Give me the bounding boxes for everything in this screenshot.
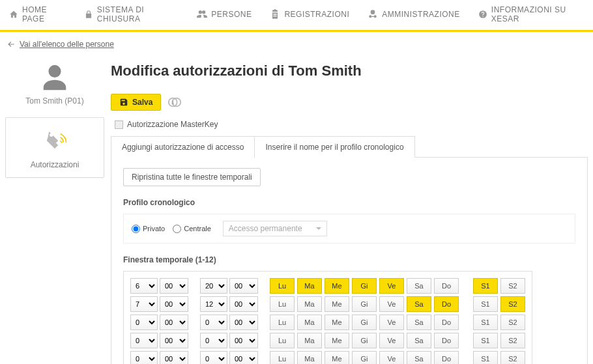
time-row: 000000LuMaMeGiVeSaDoS1S2 [130, 315, 525, 330]
day-cell-gi[interactable]: Gi [352, 333, 377, 348]
time-to-hour[interactable]: 0 [200, 351, 227, 364]
radio-private[interactable]: Privato [132, 225, 165, 233]
day-cell-ma[interactable]: Ma [297, 333, 322, 348]
day-cell-lu[interactable]: Lu [270, 296, 295, 312]
masterkey-row: Autorizzazione MasterKey [115, 120, 588, 129]
special-day-cell-s1[interactable]: S1 [473, 278, 498, 294]
day-cell-ve[interactable]: Ve [379, 296, 404, 312]
day-cell-me[interactable]: Me [325, 278, 349, 294]
day-cell-ma[interactable]: Ma [297, 278, 322, 294]
day-cell-lu[interactable]: Lu [270, 278, 295, 294]
time-from-min[interactable]: 00 [160, 315, 188, 330]
radio-private-input[interactable] [132, 225, 140, 233]
back-link[interactable]: Vai all'elenco delle persone [7, 40, 114, 49]
save-button[interactable]: Salva [111, 94, 161, 111]
time-to-hour[interactable]: 0 [200, 315, 227, 330]
day-cell-sa[interactable]: Sa [407, 315, 431, 330]
back-link-label: Vai all'elenco delle persone [20, 40, 114, 49]
day-cell-lu[interactable]: Lu [270, 351, 295, 364]
nav-persons[interactable]: PERSONE [188, 9, 261, 20]
radio-central[interactable]: Centrale [173, 225, 211, 233]
day-cell-me[interactable]: Me [325, 315, 349, 330]
persons-icon [197, 9, 207, 20]
day-cell-ve[interactable]: Ve [379, 278, 404, 294]
day-cell-gi[interactable]: Gi [352, 315, 377, 330]
day-cell-gi[interactable]: Gi [352, 296, 377, 312]
time-to-hour[interactable]: 20 [200, 278, 227, 294]
keytag-icon [11, 127, 98, 156]
tab-time-profile-label: Inserire il nome per il profilo cronolog… [265, 143, 403, 152]
day-cell-ma[interactable]: Ma [297, 351, 322, 364]
nav-locking[interactable]: SISTEMA DI CHIUSURA [75, 5, 188, 23]
breadcrumb-row: Vai all'elenco delle persone [0, 32, 593, 63]
day-cell-me[interactable]: Me [325, 351, 349, 364]
time-to-min[interactable]: 00 [229, 351, 258, 364]
special-day-cell-s1[interactable]: S1 [473, 333, 498, 348]
day-cell-do[interactable]: Do [434, 333, 459, 348]
time-to-min[interactable]: 00 [229, 333, 258, 348]
day-cell-me[interactable]: Me [325, 296, 349, 312]
profile-dropdown[interactable]: Accesso permanente [223, 221, 327, 236]
sidebar-tab-authorizations[interactable]: Autorizzazioni [5, 117, 104, 178]
profile-dropdown-value: Accesso permanente [229, 224, 302, 233]
reset-windows-label: Ripristina tutte le finestre temporali [132, 173, 252, 182]
time-from-hour[interactable]: 0 [130, 351, 158, 364]
day-cell-lu[interactable]: Lu [270, 333, 295, 348]
time-from-hour[interactable]: 0 [130, 315, 158, 330]
time-to-min[interactable]: 00 [229, 296, 258, 312]
time-from-min[interactable]: 00 [160, 333, 188, 348]
day-cell-ve[interactable]: Ve [379, 315, 404, 330]
masterkey-checkbox[interactable] [115, 120, 123, 129]
time-to-pair: 000 [200, 351, 258, 364]
tab-time-profile[interactable]: Inserire il nome per il profilo cronolog… [254, 136, 414, 158]
day-cell-ve[interactable]: Ve [379, 333, 404, 348]
day-cell-do[interactable]: Do [434, 351, 459, 364]
day-cell-ve[interactable]: Ve [379, 351, 404, 364]
day-cell-ma[interactable]: Ma [297, 315, 322, 330]
time-from-hour[interactable]: 6 [130, 278, 158, 294]
time-from-hour[interactable]: 7 [130, 296, 158, 312]
day-cell-sa[interactable]: Sa [407, 296, 431, 312]
save-button-label: Salva [132, 98, 152, 107]
reset-windows-button[interactable]: Ripristina tutte le finestre temporali [123, 168, 261, 186]
time-to-min[interactable]: 00 [229, 315, 258, 330]
time-from-min[interactable]: 00 [160, 278, 188, 294]
day-cell-ma[interactable]: Ma [297, 296, 322, 312]
nav-logs[interactable]: REGISTRAZIONI [261, 9, 358, 20]
day-cell-me[interactable]: Me [325, 333, 349, 348]
nav-admin[interactable]: AMMINISTRAZIONE [358, 9, 469, 20]
day-cell-lu[interactable]: Lu [270, 315, 295, 330]
special-day-cell-s1[interactable]: S1 [473, 296, 498, 312]
special-day-cell-s2[interactable]: S2 [500, 351, 525, 364]
time-to-hour[interactable]: 12 [200, 296, 227, 312]
day-cell-do[interactable]: Do [434, 296, 459, 312]
special-day-cell-s2[interactable]: S2 [500, 296, 525, 312]
day-cell-sa[interactable]: Sa [407, 351, 431, 364]
main-content: Modifica autorizzazioni di Tom Smith Sal… [111, 63, 593, 364]
time-row: 7001200LuMaMeGiVeSaDoS1S2 [130, 296, 525, 312]
time-from-hour[interactable]: 0 [130, 333, 158, 348]
time-row: 000000LuMaMeGiVeSaDoS1S2 [130, 351, 525, 364]
day-cell-gi[interactable]: Gi [352, 351, 377, 364]
tab-add-access[interactable]: Aggiungi autorizzazione di accesso [111, 136, 255, 158]
sidebar-tab-label: Autorizzazioni [11, 160, 98, 169]
nav-info-label: INFORMAZIONI SU XESAR [491, 5, 584, 23]
nav-info[interactable]: INFORMAZIONI SU XESAR [469, 5, 593, 23]
time-to-hour[interactable]: 0 [200, 333, 227, 348]
day-cell-gi[interactable]: Gi [352, 278, 377, 294]
day-cell-do[interactable]: Do [434, 278, 459, 294]
special-day-cell-s2[interactable]: S2 [500, 278, 525, 294]
time-from-min[interactable]: 00 [160, 296, 188, 312]
day-cell-do[interactable]: Do [434, 315, 459, 330]
special-day-cell-s2[interactable]: S2 [500, 315, 525, 330]
time-from-min[interactable]: 00 [160, 351, 188, 364]
special-day-cell-s1[interactable]: S1 [473, 351, 498, 364]
time-from-pair: 000 [130, 333, 188, 348]
day-cell-sa[interactable]: Sa [407, 333, 431, 348]
radio-central-input[interactable] [173, 225, 181, 233]
special-day-cell-s2[interactable]: S2 [500, 333, 525, 348]
day-cell-sa[interactable]: Sa [407, 278, 431, 294]
special-day-cell-s1[interactable]: S1 [473, 315, 498, 330]
nav-home[interactable]: HOME PAGE [0, 5, 75, 23]
time-to-min[interactable]: 00 [229, 278, 258, 294]
